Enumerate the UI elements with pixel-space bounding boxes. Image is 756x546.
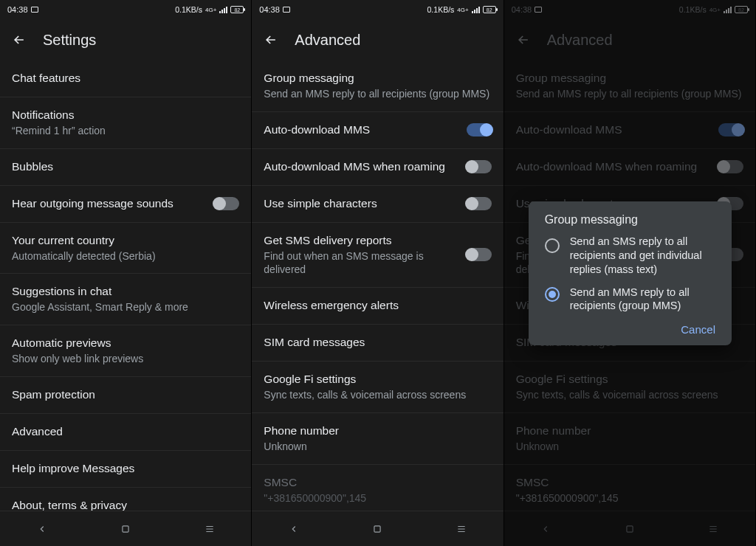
list-item[interactable]: Automatic previewsShow only web link pre… bbox=[0, 325, 251, 377]
status-time: 04:38 bbox=[259, 5, 280, 14]
item-title: Get SMS delivery reports bbox=[264, 233, 457, 249]
item-subtitle: Automatically detected (Serbia) bbox=[12, 249, 239, 263]
radio-label: Send an MMS reply to all recipients (gro… bbox=[570, 286, 715, 314]
svg-rect-0 bbox=[123, 525, 128, 531]
list-item[interactable]: Auto-download MMS bbox=[252, 112, 503, 149]
item-subtitle: “Remind 1 hr” action bbox=[12, 124, 239, 138]
pane-settings: 04:38 0.1KB/s 4G+ 82 Settings Chat featu… bbox=[0, 0, 252, 546]
item-title: Spam protection bbox=[12, 387, 239, 403]
nav-recents-icon[interactable] bbox=[202, 521, 218, 537]
notification-icon bbox=[283, 7, 290, 13]
pane-advanced-dialog: 04:38 0.1KB/s 4G+ 82 Advanced Group mess… bbox=[504, 0, 756, 546]
notification-icon bbox=[31, 7, 38, 13]
list-item[interactable]: Help improve Messages bbox=[0, 451, 251, 488]
radio-option[interactable]: Send an MMS reply to all recipients (gro… bbox=[535, 281, 726, 318]
item-title: Help improve Messages bbox=[12, 461, 239, 477]
status-time: 04:38 bbox=[7, 5, 28, 14]
item-subtitle: Unknown bbox=[264, 440, 491, 454]
advanced-list: Group messagingSend an MMS reply to all … bbox=[252, 61, 503, 511]
pane-advanced: 04:38 0.1KB/s 4G+ 82 Advanced Group mess… bbox=[252, 0, 504, 546]
item-subtitle: Find out when an SMS message is delivere… bbox=[264, 249, 457, 277]
status-gen: 4G+ bbox=[457, 7, 468, 13]
item-subtitle: Sync texts, calls & voicemail across scr… bbox=[264, 388, 491, 402]
nav-bar bbox=[0, 511, 251, 546]
item-subtitle: Send an MMS reply to all recipients (gro… bbox=[264, 87, 491, 101]
list-item[interactable]: Your current countryAutomatically detect… bbox=[0, 223, 251, 274]
settings-list: Chat featuresNotifications“Remind 1 hr” … bbox=[0, 61, 251, 511]
nav-home-icon[interactable] bbox=[117, 521, 134, 537]
item-subtitle: Google Assistant, Smart Reply & more bbox=[12, 300, 239, 314]
list-item[interactable]: Bubbles bbox=[0, 149, 251, 186]
status-net: 0.1KB/s bbox=[175, 5, 202, 14]
item-title: Advanced bbox=[12, 424, 239, 440]
toggle-switch[interactable] bbox=[467, 160, 492, 173]
toggle-switch[interactable] bbox=[467, 123, 492, 136]
dialog-title: Group messaging bbox=[535, 213, 726, 232]
list-item[interactable]: Chat features bbox=[0, 61, 251, 97]
status-bar: 04:38 0.1KB/s 4G+ 82 bbox=[252, 0, 503, 19]
toggle-switch[interactable] bbox=[214, 197, 239, 210]
list-item[interactable]: Hear outgoing message sounds bbox=[0, 186, 251, 223]
item-title: Chat features bbox=[12, 71, 239, 86]
list-item[interactable]: Use simple characters bbox=[252, 186, 503, 223]
toggle-switch[interactable] bbox=[467, 197, 492, 210]
list-item[interactable]: SMSC"+381650000900",145 bbox=[252, 465, 503, 511]
nav-back-icon[interactable] bbox=[286, 521, 302, 537]
list-item[interactable]: Notifications“Remind 1 hr” action bbox=[0, 97, 251, 149]
nav-home-icon[interactable] bbox=[369, 521, 385, 537]
back-icon[interactable] bbox=[264, 32, 278, 47]
battery-icon: 82 bbox=[230, 6, 244, 13]
radio-label: Send an SMS reply to all recipients and … bbox=[570, 235, 715, 277]
item-title: Notifications bbox=[12, 108, 239, 123]
status-bar: 04:38 0.1KB/s 4G+ 82 bbox=[0, 0, 251, 19]
app-bar: Advanced bbox=[252, 19, 503, 61]
battery-icon: 82 bbox=[483, 6, 496, 13]
status-net: 0.1KB/s bbox=[427, 5, 455, 14]
item-title: Phone number bbox=[264, 424, 491, 439]
item-title: Auto-download MMS when roaming bbox=[264, 159, 457, 175]
nav-bar bbox=[252, 511, 503, 546]
item-subtitle: Show only web link previews bbox=[12, 352, 239, 366]
item-title: SIM card messages bbox=[264, 335, 491, 350]
cancel-button[interactable]: Cancel bbox=[681, 323, 715, 336]
group-messaging-dialog: Group messaging Send an SMS reply to all… bbox=[529, 201, 732, 345]
item-title: About, terms & privacy bbox=[12, 498, 239, 511]
page-title: Advanced bbox=[295, 32, 360, 49]
signal-icon bbox=[472, 7, 480, 13]
item-title: Your current country bbox=[12, 233, 239, 249]
item-title: SMSC bbox=[264, 475, 491, 491]
list-item[interactable]: Advanced bbox=[0, 414, 251, 451]
radio-option[interactable]: Send an SMS reply to all recipients and … bbox=[535, 232, 726, 281]
item-title: Hear outgoing message sounds bbox=[12, 196, 205, 212]
toggle-switch[interactable] bbox=[467, 248, 492, 261]
list-item[interactable]: Spam protection bbox=[0, 377, 251, 414]
nav-recents-icon[interactable] bbox=[453, 521, 470, 537]
list-item[interactable]: Phone numberUnknown bbox=[252, 413, 503, 465]
radio-icon[interactable] bbox=[545, 238, 560, 253]
list-item[interactable]: Google Fi settingsSync texts, calls & vo… bbox=[252, 362, 503, 413]
item-title: Bubbles bbox=[12, 159, 239, 175]
item-title: Use simple characters bbox=[264, 196, 457, 212]
item-title: Automatic previews bbox=[12, 336, 239, 351]
app-bar: Settings bbox=[0, 19, 251, 61]
svg-rect-1 bbox=[374, 525, 380, 531]
list-item[interactable]: Group messagingSend an MMS reply to all … bbox=[252, 61, 503, 112]
nav-back-icon[interactable] bbox=[34, 521, 50, 537]
list-item[interactable]: Suggestions in chatGoogle Assistant, Sma… bbox=[0, 274, 251, 325]
list-item[interactable]: Wireless emergency alerts bbox=[252, 288, 503, 325]
item-title: Suggestions in chat bbox=[12, 284, 239, 300]
back-icon[interactable] bbox=[12, 32, 27, 47]
radio-icon[interactable] bbox=[545, 287, 560, 302]
item-title: Wireless emergency alerts bbox=[264, 298, 491, 314]
status-gen: 4G+ bbox=[205, 7, 216, 13]
list-item[interactable]: Auto-download MMS when roaming bbox=[252, 149, 503, 186]
item-title: Google Fi settings bbox=[264, 372, 491, 387]
item-title: Group messaging bbox=[264, 71, 491, 86]
page-title: Settings bbox=[43, 32, 96, 49]
list-item[interactable]: About, terms & privacy bbox=[0, 488, 251, 511]
item-subtitle: "+381650000900",145 bbox=[264, 491, 491, 505]
list-item[interactable]: Get SMS delivery reportsFind out when an… bbox=[252, 223, 503, 288]
signal-icon bbox=[219, 7, 227, 13]
list-item[interactable]: SIM card messages bbox=[252, 325, 503, 362]
item-title: Auto-download MMS bbox=[264, 122, 457, 138]
